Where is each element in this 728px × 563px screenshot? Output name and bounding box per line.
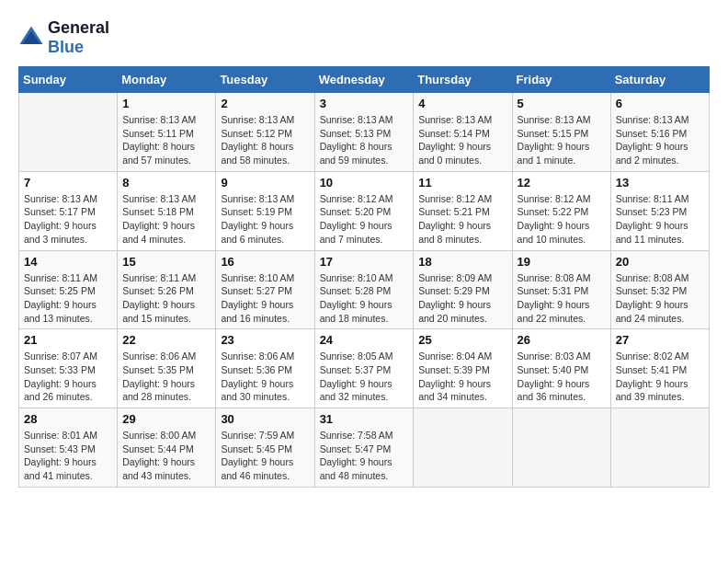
day-info: Sunrise: 8:12 AM Sunset: 5:21 PM Dayligh…	[418, 192, 506, 247]
day-number: 31	[320, 412, 409, 426]
day-number: 3	[320, 97, 409, 110]
day-info: Sunrise: 8:10 AM Sunset: 5:27 PM Dayligh…	[221, 271, 309, 326]
calendar-cell: 2Sunrise: 8:13 AM Sunset: 5:12 PM Daylig…	[216, 93, 314, 172]
calendar-cell: 9Sunrise: 8:13 AM Sunset: 5:19 PM Daylig…	[216, 171, 314, 250]
day-number: 15	[122, 255, 210, 269]
day-info: Sunrise: 8:13 AM Sunset: 5:17 PM Dayligh…	[24, 192, 112, 247]
day-number: 17	[320, 255, 409, 269]
day-number: 2	[221, 97, 309, 110]
calendar-cell: 8Sunrise: 8:13 AM Sunset: 5:18 PM Daylig…	[118, 171, 216, 250]
header-thursday: Thursday	[414, 67, 512, 93]
day-number: 10	[320, 176, 409, 190]
calendar-cell: 26Sunrise: 8:03 AM Sunset: 5:40 PM Dayli…	[512, 329, 610, 408]
day-info: Sunrise: 8:12 AM Sunset: 5:22 PM Dayligh…	[518, 192, 606, 247]
calendar-cell: 23Sunrise: 8:06 AM Sunset: 5:36 PM Dayli…	[216, 329, 314, 408]
calendar-week-row: 28Sunrise: 8:01 AM Sunset: 5:43 PM Dayli…	[19, 408, 710, 488]
day-info: Sunrise: 8:13 AM Sunset: 5:15 PM Dayligh…	[518, 113, 606, 167]
day-info: Sunrise: 7:58 AM Sunset: 5:47 PM Dayligh…	[320, 429, 409, 483]
calendar-week-row: 1Sunrise: 8:13 AM Sunset: 5:11 PM Daylig…	[19, 93, 710, 172]
day-number: 13	[616, 176, 704, 190]
day-number: 16	[221, 255, 309, 269]
calendar-cell: 14Sunrise: 8:11 AM Sunset: 5:25 PM Dayli…	[19, 250, 118, 329]
day-number: 5	[518, 97, 606, 110]
calendar-cell	[414, 408, 512, 488]
day-info: Sunrise: 8:13 AM Sunset: 5:14 PM Dayligh…	[418, 113, 506, 167]
day-info: Sunrise: 8:04 AM Sunset: 5:39 PM Dayligh…	[418, 350, 506, 404]
calendar-cell: 4Sunrise: 8:13 AM Sunset: 5:14 PM Daylig…	[414, 93, 512, 172]
calendar-cell: 15Sunrise: 8:11 AM Sunset: 5:26 PM Dayli…	[118, 250, 216, 329]
day-number: 11	[418, 176, 506, 190]
day-info: Sunrise: 8:07 AM Sunset: 5:33 PM Dayligh…	[24, 350, 112, 404]
day-info: Sunrise: 8:10 AM Sunset: 5:28 PM Dayligh…	[320, 271, 409, 326]
calendar-cell: 24Sunrise: 8:05 AM Sunset: 5:37 PM Dayli…	[314, 329, 414, 408]
day-info: Sunrise: 8:13 AM Sunset: 5:11 PM Dayligh…	[122, 113, 210, 167]
day-number: 20	[616, 255, 704, 269]
day-number: 6	[616, 97, 704, 110]
day-info: Sunrise: 8:08 AM Sunset: 5:31 PM Dayligh…	[518, 271, 606, 326]
day-info: Sunrise: 8:13 AM Sunset: 5:13 PM Dayligh…	[320, 113, 409, 167]
day-info: Sunrise: 8:03 AM Sunset: 5:40 PM Dayligh…	[518, 350, 606, 404]
day-number: 28	[24, 412, 112, 426]
day-number: 9	[221, 176, 309, 190]
day-info: Sunrise: 8:12 AM Sunset: 5:20 PM Dayligh…	[320, 192, 409, 247]
calendar-cell: 22Sunrise: 8:06 AM Sunset: 5:35 PM Dayli…	[118, 329, 216, 408]
calendar-cell: 10Sunrise: 8:12 AM Sunset: 5:20 PM Dayli…	[314, 171, 414, 250]
calendar-header-row: SundayMondayTuesdayWednesdayThursdayFrid…	[19, 67, 710, 93]
day-info: Sunrise: 7:59 AM Sunset: 5:45 PM Dayligh…	[221, 429, 309, 483]
day-number: 12	[518, 176, 606, 190]
calendar-cell: 12Sunrise: 8:12 AM Sunset: 5:22 PM Dayli…	[512, 171, 610, 250]
logo: General Blue	[18, 18, 109, 57]
day-info: Sunrise: 8:13 AM Sunset: 5:12 PM Dayligh…	[221, 113, 309, 167]
header-wednesday: Wednesday	[314, 67, 414, 93]
logo-icon	[18, 25, 44, 51]
day-number: 24	[320, 333, 409, 347]
header-monday: Monday	[118, 67, 216, 93]
day-info: Sunrise: 8:06 AM Sunset: 5:35 PM Dayligh…	[122, 350, 210, 404]
day-info: Sunrise: 8:06 AM Sunset: 5:36 PM Dayligh…	[221, 350, 309, 404]
calendar-cell: 28Sunrise: 8:01 AM Sunset: 5:43 PM Dayli…	[19, 408, 118, 488]
day-number: 25	[418, 333, 506, 347]
header: General Blue	[18, 18, 710, 57]
calendar-cell: 13Sunrise: 8:11 AM Sunset: 5:23 PM Dayli…	[610, 171, 709, 250]
calendar-table: SundayMondayTuesdayWednesdayThursdayFrid…	[18, 66, 710, 488]
day-number: 14	[24, 255, 112, 269]
day-number: 7	[24, 176, 112, 190]
header-sunday: Sunday	[19, 67, 118, 93]
day-info: Sunrise: 8:13 AM Sunset: 5:16 PM Dayligh…	[616, 113, 704, 167]
calendar-cell: 3Sunrise: 8:13 AM Sunset: 5:13 PM Daylig…	[314, 93, 414, 172]
day-info: Sunrise: 8:05 AM Sunset: 5:37 PM Dayligh…	[320, 350, 409, 404]
calendar-cell: 7Sunrise: 8:13 AM Sunset: 5:17 PM Daylig…	[19, 171, 118, 250]
day-number: 23	[221, 333, 309, 347]
day-info: Sunrise: 8:00 AM Sunset: 5:44 PM Dayligh…	[122, 429, 210, 483]
logo-text: General Blue	[48, 18, 109, 57]
calendar-cell: 11Sunrise: 8:12 AM Sunset: 5:21 PM Dayli…	[414, 171, 512, 250]
calendar-cell: 29Sunrise: 8:00 AM Sunset: 5:44 PM Dayli…	[118, 408, 216, 488]
calendar-cell: 6Sunrise: 8:13 AM Sunset: 5:16 PM Daylig…	[610, 93, 709, 172]
calendar-cell: 30Sunrise: 7:59 AM Sunset: 5:45 PM Dayli…	[216, 408, 314, 488]
day-number: 1	[122, 97, 210, 110]
header-saturday: Saturday	[610, 67, 709, 93]
calendar-week-row: 21Sunrise: 8:07 AM Sunset: 5:33 PM Dayli…	[19, 329, 710, 408]
calendar-cell: 21Sunrise: 8:07 AM Sunset: 5:33 PM Dayli…	[19, 329, 118, 408]
calendar-cell	[512, 408, 610, 488]
day-number: 29	[122, 412, 210, 426]
day-number: 18	[418, 255, 506, 269]
header-tuesday: Tuesday	[216, 67, 314, 93]
calendar-cell: 1Sunrise: 8:13 AM Sunset: 5:11 PM Daylig…	[118, 93, 216, 172]
calendar-cell	[19, 93, 118, 172]
day-number: 21	[24, 333, 112, 347]
day-info: Sunrise: 8:11 AM Sunset: 5:23 PM Dayligh…	[616, 192, 704, 247]
calendar-cell: 16Sunrise: 8:10 AM Sunset: 5:27 PM Dayli…	[216, 250, 314, 329]
day-number: 22	[122, 333, 210, 347]
calendar-cell: 18Sunrise: 8:09 AM Sunset: 5:29 PM Dayli…	[414, 250, 512, 329]
day-info: Sunrise: 8:13 AM Sunset: 5:19 PM Dayligh…	[221, 192, 309, 247]
day-info: Sunrise: 8:13 AM Sunset: 5:18 PM Dayligh…	[122, 192, 210, 247]
day-number: 30	[221, 412, 309, 426]
day-number: 8	[122, 176, 210, 190]
calendar-cell: 31Sunrise: 7:58 AM Sunset: 5:47 PM Dayli…	[314, 408, 414, 488]
day-number: 4	[418, 97, 506, 110]
calendar-cell: 17Sunrise: 8:10 AM Sunset: 5:28 PM Dayli…	[314, 250, 414, 329]
calendar-cell: 5Sunrise: 8:13 AM Sunset: 5:15 PM Daylig…	[512, 93, 610, 172]
day-number: 26	[518, 333, 606, 347]
day-number: 27	[616, 333, 704, 347]
